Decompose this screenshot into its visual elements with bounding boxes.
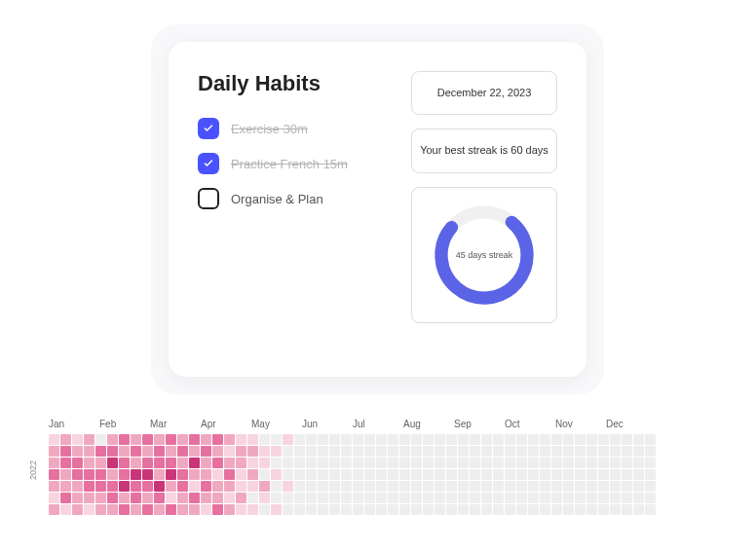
heatmap-day-cell[interactable] [318, 469, 328, 480]
heatmap-day-cell[interactable] [575, 493, 586, 503]
heatmap-day-cell[interactable] [353, 481, 363, 492]
heatmap-day-cell[interactable] [84, 504, 94, 515]
heatmap-day-cell[interactable] [201, 469, 211, 480]
heatmap-day-cell[interactable] [212, 493, 223, 503]
heatmap-day-cell[interactable] [575, 458, 586, 468]
heatmap-day-cell[interactable] [142, 469, 153, 480]
heatmap-day-cell[interactable] [294, 434, 305, 445]
heatmap-day-cell[interactable] [446, 493, 457, 503]
habit-checkbox[interactable] [198, 188, 219, 209]
heatmap-day-cell[interactable] [399, 446, 410, 457]
habit-checkbox[interactable] [198, 153, 219, 174]
heatmap-day-cell[interactable] [341, 434, 352, 445]
heatmap-day-cell[interactable] [411, 493, 422, 503]
heatmap-day-cell[interactable] [247, 493, 258, 503]
heatmap-day-cell[interactable] [575, 469, 586, 480]
heatmap-day-cell[interactable] [411, 434, 422, 445]
heatmap-day-cell[interactable] [306, 481, 317, 492]
heatmap-day-cell[interactable] [353, 434, 363, 445]
heatmap-day-cell[interactable] [563, 481, 574, 492]
heatmap-day-cell[interactable] [236, 469, 246, 480]
heatmap-day-cell[interactable] [610, 481, 621, 492]
heatmap-day-cell[interactable] [212, 434, 223, 445]
heatmap-day-cell[interactable] [189, 493, 200, 503]
heatmap-day-cell[interactable] [598, 446, 609, 457]
heatmap-day-cell[interactable] [119, 434, 130, 445]
heatmap-day-cell[interactable] [49, 458, 59, 468]
heatmap-day-cell[interactable] [189, 458, 200, 468]
heatmap-day-cell[interactable] [259, 504, 270, 515]
heatmap-day-cell[interactable] [411, 469, 422, 480]
heatmap-day-cell[interactable] [528, 434, 539, 445]
heatmap-day-cell[interactable] [622, 469, 632, 480]
heatmap-day-cell[interactable] [306, 446, 317, 457]
heatmap-day-cell[interactable] [493, 481, 504, 492]
heatmap-day-cell[interactable] [551, 504, 562, 515]
heatmap-day-cell[interactable] [283, 481, 293, 492]
heatmap-day-cell[interactable] [470, 469, 480, 480]
heatmap-day-cell[interactable] [505, 469, 515, 480]
heatmap-day-cell[interactable] [177, 504, 188, 515]
heatmap-day-cell[interactable] [166, 481, 176, 492]
heatmap-day-cell[interactable] [224, 446, 235, 457]
heatmap-day-cell[interactable] [95, 493, 106, 503]
heatmap-day-cell[interactable] [107, 458, 118, 468]
heatmap-day-cell[interactable] [189, 469, 200, 480]
heatmap-day-cell[interactable] [329, 469, 340, 480]
heatmap-day-cell[interactable] [142, 504, 153, 515]
heatmap-day-cell[interactable] [119, 446, 130, 457]
heatmap-day-cell[interactable] [247, 434, 258, 445]
heatmap-day-cell[interactable] [493, 458, 504, 468]
heatmap-day-cell[interactable] [283, 493, 293, 503]
heatmap-day-cell[interactable] [72, 504, 83, 515]
heatmap-day-cell[interactable] [563, 469, 574, 480]
heatmap-day-cell[interactable] [458, 481, 469, 492]
heatmap-day-cell[interactable] [259, 469, 270, 480]
heatmap-day-cell[interactable] [189, 434, 200, 445]
heatmap-day-cell[interactable] [446, 434, 457, 445]
heatmap-day-cell[interactable] [107, 493, 118, 503]
heatmap-day-cell[interactable] [470, 504, 480, 515]
heatmap-day-cell[interactable] [551, 434, 562, 445]
heatmap-day-cell[interactable] [131, 434, 141, 445]
heatmap-day-cell[interactable] [598, 469, 609, 480]
heatmap-day-cell[interactable] [154, 434, 165, 445]
heatmap-day-cell[interactable] [131, 481, 141, 492]
heatmap-day-cell[interactable] [201, 481, 211, 492]
heatmap-day-cell[interactable] [95, 504, 106, 515]
heatmap-day-cell[interactable] [72, 434, 83, 445]
heatmap-day-cell[interactable] [201, 446, 211, 457]
heatmap-day-cell[interactable] [353, 446, 363, 457]
heatmap-day-cell[interactable] [598, 434, 609, 445]
heatmap-day-cell[interactable] [516, 481, 527, 492]
heatmap-day-cell[interactable] [563, 434, 574, 445]
heatmap-day-cell[interactable] [131, 458, 141, 468]
heatmap-day-cell[interactable] [49, 504, 59, 515]
heatmap-day-cell[interactable] [329, 481, 340, 492]
heatmap-day-cell[interactable] [72, 481, 83, 492]
heatmap-day-cell[interactable] [633, 458, 644, 468]
heatmap-day-cell[interactable] [60, 434, 71, 445]
heatmap-day-cell[interactable] [224, 504, 235, 515]
heatmap-day-cell[interactable] [294, 493, 305, 503]
heatmap-day-cell[interactable] [72, 446, 83, 457]
heatmap-day-cell[interactable] [341, 458, 352, 468]
heatmap-day-cell[interactable] [294, 481, 305, 492]
heatmap-day-cell[interactable] [399, 434, 410, 445]
heatmap-day-cell[interactable] [212, 504, 223, 515]
heatmap-day-cell[interactable] [516, 446, 527, 457]
heatmap-day-cell[interactable] [119, 458, 130, 468]
heatmap-day-cell[interactable] [318, 493, 328, 503]
heatmap-day-cell[interactable] [329, 434, 340, 445]
heatmap-day-cell[interactable] [423, 504, 434, 515]
heatmap-day-cell[interactable] [259, 458, 270, 468]
heatmap-day-cell[interactable] [84, 493, 94, 503]
heatmap-day-cell[interactable] [329, 493, 340, 503]
heatmap-day-cell[interactable] [586, 481, 597, 492]
heatmap-day-cell[interactable] [189, 446, 200, 457]
heatmap-day-cell[interactable] [586, 446, 597, 457]
heatmap-day-cell[interactable] [388, 493, 398, 503]
heatmap-day-cell[interactable] [177, 446, 188, 457]
heatmap-day-cell[interactable] [236, 446, 246, 457]
heatmap-day-cell[interactable] [446, 469, 457, 480]
